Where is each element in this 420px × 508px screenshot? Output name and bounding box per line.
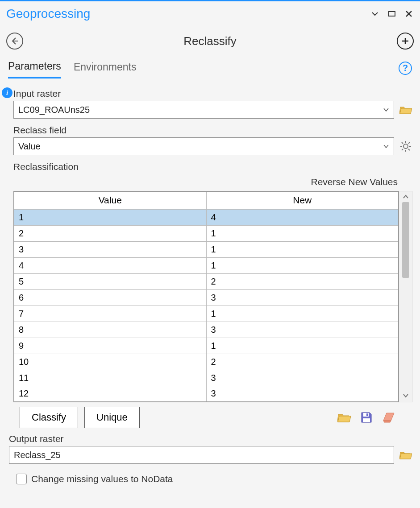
chevron-down-icon[interactable] bbox=[383, 105, 389, 115]
save-remap-icon[interactable] bbox=[358, 409, 374, 425]
table-row[interactable]: 31 bbox=[14, 241, 399, 257]
svg-line-13 bbox=[408, 142, 410, 144]
input-raster-label: Input raster bbox=[7, 88, 413, 99]
cell-new[interactable]: 3 bbox=[206, 370, 399, 386]
cell-new[interactable]: 2 bbox=[206, 273, 399, 289]
table-row[interactable]: 71 bbox=[14, 306, 399, 322]
cell-value[interactable]: 8 bbox=[14, 322, 206, 338]
svg-line-12 bbox=[408, 149, 410, 150]
table-row[interactable]: 21 bbox=[14, 225, 399, 241]
cell-value[interactable]: 10 bbox=[14, 354, 206, 370]
scrollbar-thumb[interactable] bbox=[402, 202, 409, 278]
table-row[interactable]: 83 bbox=[14, 322, 399, 338]
cell-value[interactable]: 7 bbox=[14, 306, 206, 322]
cell-value[interactable]: 3 bbox=[14, 241, 206, 257]
maximize-icon[interactable] bbox=[387, 9, 397, 19]
cell-value[interactable]: 9 bbox=[14, 338, 206, 354]
gear-icon[interactable] bbox=[399, 140, 413, 153]
close-icon[interactable] bbox=[404, 9, 414, 19]
chevron-down-icon[interactable] bbox=[370, 9, 380, 19]
table-row[interactable]: 63 bbox=[14, 289, 399, 306]
table-row[interactable]: 91 bbox=[14, 338, 399, 354]
table-row[interactable]: 123 bbox=[14, 386, 399, 402]
svg-rect-15 bbox=[363, 413, 369, 417]
output-raster-input[interactable]: Reclass_25 bbox=[9, 446, 394, 464]
change-missing-label: Change missing values to NoData bbox=[31, 474, 173, 484]
cell-new[interactable]: 2 bbox=[206, 354, 399, 370]
cell-new[interactable]: 1 bbox=[206, 257, 399, 273]
cell-value[interactable]: 4 bbox=[14, 257, 206, 273]
help-icon[interactable]: ? bbox=[399, 62, 412, 75]
reclassification-label: Reclassification bbox=[7, 161, 413, 172]
svg-point-6 bbox=[403, 144, 408, 149]
reclass-field-input[interactable]: Value bbox=[13, 137, 394, 155]
output-raster-value: Reclass_25 bbox=[14, 450, 61, 460]
classify-button[interactable]: Classify bbox=[20, 407, 78, 428]
reverse-new-values-link[interactable]: Reverse New Values bbox=[7, 177, 413, 187]
output-raster-label: Output raster bbox=[7, 434, 413, 444]
cell-value[interactable]: 6 bbox=[14, 289, 206, 306]
col-value-header[interactable]: Value bbox=[14, 191, 206, 209]
table-scrollbar[interactable] bbox=[399, 191, 412, 402]
input-raster-input[interactable]: LC09_ROAUns25 bbox=[13, 101, 394, 119]
scroll-up-icon[interactable] bbox=[403, 193, 409, 201]
svg-line-11 bbox=[402, 142, 403, 144]
folder-open-icon[interactable] bbox=[399, 450, 413, 460]
add-button[interactable] bbox=[397, 33, 414, 50]
chevron-down-icon[interactable] bbox=[383, 141, 389, 152]
svg-rect-0 bbox=[389, 12, 395, 16]
cell-value[interactable]: 1 bbox=[14, 209, 206, 225]
cell-value[interactable]: 5 bbox=[14, 273, 206, 289]
table-row[interactable]: 52 bbox=[14, 273, 399, 289]
cell-new[interactable]: 3 bbox=[206, 386, 399, 402]
erase-remap-icon[interactable] bbox=[381, 409, 397, 425]
cell-new[interactable]: 1 bbox=[206, 338, 399, 354]
table-row[interactable]: 41 bbox=[14, 257, 399, 273]
cell-value[interactable]: 2 bbox=[14, 225, 206, 241]
cell-new[interactable]: 1 bbox=[206, 241, 399, 257]
cell-value[interactable]: 11 bbox=[14, 370, 206, 386]
reclass-field-label: Reclass field bbox=[7, 125, 413, 136]
tab-parameters[interactable]: Parameters bbox=[8, 58, 61, 78]
cell-new[interactable]: 3 bbox=[206, 289, 399, 306]
input-raster-value: LC09_ROAUns25 bbox=[18, 105, 90, 115]
change-missing-checkbox[interactable] bbox=[16, 474, 27, 484]
tab-environments[interactable]: Environments bbox=[74, 58, 137, 78]
reclassification-table[interactable]: Value New 142131415263718391102113123 bbox=[13, 191, 399, 402]
pane-title: Geoprocessing bbox=[6, 7, 370, 21]
col-new-header[interactable]: New bbox=[206, 191, 399, 209]
table-row[interactable]: 113 bbox=[14, 370, 399, 386]
cell-new[interactable]: 4 bbox=[206, 209, 399, 225]
cell-new[interactable]: 1 bbox=[206, 306, 399, 322]
table-row[interactable]: 14 bbox=[14, 209, 399, 225]
svg-line-14 bbox=[402, 149, 403, 150]
unique-button[interactable]: Unique bbox=[84, 407, 140, 428]
folder-open-icon[interactable] bbox=[399, 104, 413, 115]
table-row[interactable]: 102 bbox=[14, 354, 399, 370]
scroll-down-icon[interactable] bbox=[403, 392, 409, 400]
info-icon: i bbox=[2, 87, 12, 98]
tool-title: Reclassify bbox=[23, 34, 397, 48]
svg-rect-16 bbox=[366, 413, 368, 416]
reclass-field-value: Value bbox=[18, 141, 41, 152]
cell-value[interactable]: 12 bbox=[14, 386, 206, 402]
svg-rect-17 bbox=[363, 418, 370, 422]
cell-new[interactable]: 1 bbox=[206, 225, 399, 241]
back-button[interactable] bbox=[6, 33, 23, 50]
load-remap-icon[interactable] bbox=[336, 409, 352, 425]
cell-new[interactable]: 3 bbox=[206, 322, 399, 338]
